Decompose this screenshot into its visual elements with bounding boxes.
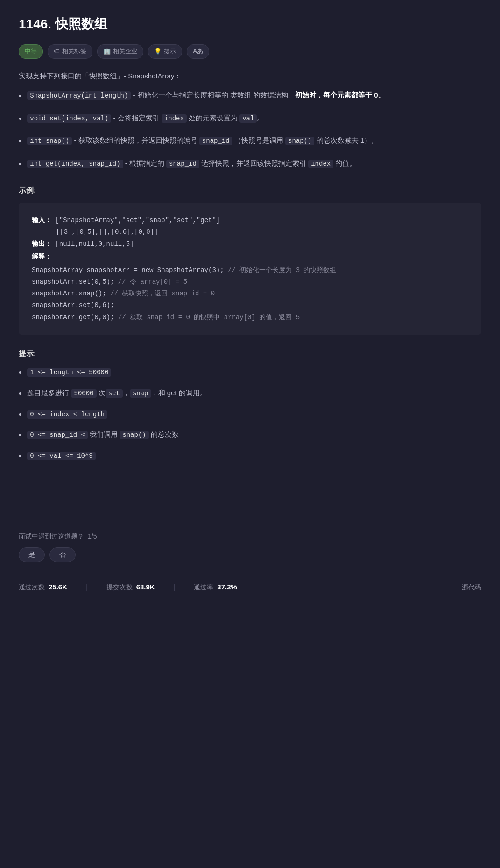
hint-4-code2: snap()	[120, 431, 148, 439]
hint-2-code2: set	[106, 389, 123, 398]
translate-icon: Aあ	[193, 47, 203, 56]
source-code-link[interactable]: 源代码	[462, 582, 481, 592]
hint-4-code1: 0 <= snap_id <	[27, 431, 88, 439]
input-value-1: ["SnapshotArray","set","snap","set","get…	[55, 217, 220, 224]
related-company-tag[interactable]: 🏢 相关企业	[97, 44, 143, 59]
input-line2: [[3],[0,5],[],[0,6],[0,0]]	[32, 226, 468, 238]
input-label: 输入：	[32, 216, 51, 224]
code-index: index	[162, 114, 187, 123]
hint-1-code: 1 <= length <= 50000	[27, 368, 111, 377]
code-val: val	[239, 114, 257, 123]
input-line: 输入： ["SnapshotArray","set","snap","set",…	[32, 214, 468, 226]
explain-1: SnapshotArray snapshotArr = new Snapshot…	[32, 265, 468, 276]
explain-2: snapshotArr.set(0,5); // 令 array[0] = 5	[32, 276, 468, 288]
divider-1	[19, 516, 481, 516]
code-snap: int snap()	[27, 137, 72, 145]
related-company-label: 相关企业	[113, 47, 137, 56]
interview-count: 1/5	[88, 531, 97, 541]
hint-3: 0 <= index < length	[19, 408, 481, 422]
explain-content: SnapshotArray snapshotArr = new Snapshot…	[32, 265, 468, 323]
stat-rate: 通过率 37.2%	[194, 581, 237, 593]
text-2: - 会将指定索引 index 处的元素设置为 val。	[113, 114, 264, 122]
stat-pass: 通过次数 25.6K	[19, 581, 67, 593]
interview-row: 面试中遇到过这道题？ 1/5	[19, 531, 481, 541]
explain-5: snapshotArr.get(0,0); // 获取 snap_id = 0 …	[32, 312, 468, 323]
hint-1: 1 <= length <= 50000	[19, 366, 481, 380]
output-line: 输出： [null,null,0,null,5]	[32, 238, 468, 250]
company-icon: 🏢	[103, 47, 111, 56]
pipe-2: |	[174, 582, 176, 592]
hint-5-code: 0 <= val <= 10^9	[27, 452, 95, 460]
description-text: 实现支持下列接口的「快照数组」- SnapshotArray：	[19, 70, 481, 82]
output-label: 输出：	[32, 240, 51, 247]
related-tags-label: 相关标签	[62, 47, 86, 56]
list-item-3: int snap() - 获取该数组的快照，并返回快照的编号 snap_id （…	[19, 134, 481, 149]
input-value-2: [[3],[0,5],[],[0,6],[0,0]]	[56, 228, 158, 236]
hint-2: 题目最多进行 50000 次set，snap，和 get 的调用。	[19, 387, 481, 401]
hint-4: 0 <= snap_id < 我们调用 snap() 的总次数	[19, 428, 481, 443]
text-4: - 根据指定的 snap_id 选择快照，并返回该快照指定索引 index 的值…	[125, 159, 357, 167]
rate-label: 通过率	[194, 582, 213, 592]
interview-label: 面试中遇到过这道题？	[19, 531, 84, 541]
list-item-4: int get(index, snap_id) - 根据指定的 snap_id …	[19, 157, 481, 172]
pass-label: 通过次数	[19, 582, 45, 592]
example-title: 示例:	[19, 184, 481, 196]
hint-2-code3: snap	[130, 389, 151, 398]
bullet-list: SnapshotArray(int length) - 初始化一个与指定长度相等…	[19, 89, 481, 171]
hint-2-code1: 50000	[71, 389, 96, 398]
explain-4: snapshotArr.set(0,6);	[32, 300, 468, 311]
pass-value: 25.6K	[49, 581, 67, 593]
explain-line: 解释：	[32, 251, 468, 263]
rate-value: 37.2%	[217, 581, 237, 593]
yes-button[interactable]: 是	[19, 547, 45, 562]
code-set: void set(index, val)	[27, 114, 111, 123]
code-snap-id-2: snap_id	[166, 160, 199, 168]
hint-3-code: 0 <= index < length	[27, 410, 107, 419]
interview-section: 面试中遇到过这道题？ 1/5 是 否	[19, 531, 481, 562]
hint-tag[interactable]: 💡 提示	[148, 44, 182, 59]
related-tags-tag[interactable]: 🏷 相关标签	[48, 44, 92, 59]
submit-value: 68.9K	[136, 581, 155, 593]
hints-title: 提示:	[19, 348, 481, 360]
tags-row: 中等 🏷 相关标签 🏢 相关企业 💡 提示 Aあ	[19, 44, 481, 59]
text-1: - 初始化一个与指定长度相等的 类数组 的数据结构。初始时，每个元素都等于 0。	[133, 91, 385, 99]
example-box: 输入： ["SnapshotArray","set","snap","set",…	[19, 203, 481, 335]
yes-no-row: 是 否	[19, 547, 481, 562]
text-3: - 获取该数组的快照，并返回快照的编号 snap_id （快照号是调用 snap…	[74, 136, 379, 144]
page-title: 1146. 快照数组	[19, 14, 481, 35]
hint-icon: 💡	[154, 47, 162, 56]
hints-section: 提示: 1 <= length <= 50000 题目最多进行 50000 次s…	[19, 348, 481, 464]
list-item-2: void set(index, val) - 会将指定索引 index 处的元素…	[19, 112, 481, 126]
explain-label: 解释：	[32, 252, 51, 260]
stats-row: 通过次数 25.6K | 提交次数 68.9K | 通过率 37.2% 源代码	[19, 574, 481, 600]
hints-list: 1 <= length <= 50000 题目最多进行 50000 次set，s…	[19, 366, 481, 463]
pipe-1: |	[86, 582, 88, 592]
translate-tag[interactable]: Aあ	[187, 44, 209, 59]
stat-submit: 提交次数 68.9K	[106, 581, 155, 593]
difficulty-tag[interactable]: 中等	[19, 44, 43, 59]
explain-3: snapshotArr.snap(); // 获取快照，返回 snap_id =…	[32, 288, 468, 300]
code-snap-call: snap()	[285, 137, 314, 145]
code-snapshot-array: SnapshotArray(int length)	[27, 91, 131, 100]
code-get: int get(index, snap_id)	[27, 160, 123, 168]
code-snap-id: snap_id	[199, 137, 232, 145]
hint-5: 0 <= val <= 10^9	[19, 449, 481, 464]
code-index-2: index	[308, 160, 333, 168]
tag-label-icon: 🏷	[54, 47, 60, 56]
no-button[interactable]: 否	[49, 547, 76, 562]
list-item-1: SnapshotArray(int length) - 初始化一个与指定长度相等…	[19, 89, 481, 104]
hint-label: 提示	[164, 47, 176, 56]
output-value: [null,null,0,null,5]	[55, 240, 134, 248]
submit-label: 提交次数	[106, 582, 133, 592]
